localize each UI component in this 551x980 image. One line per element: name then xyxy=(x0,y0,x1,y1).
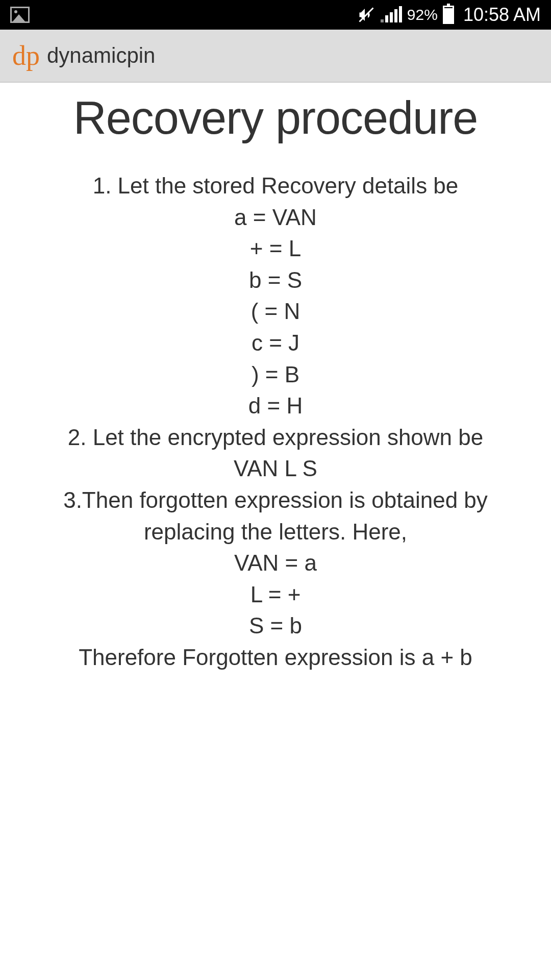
app-logo: dp xyxy=(12,40,40,71)
equation-paren-open: ( = N xyxy=(18,296,533,327)
reverse-l: L = + xyxy=(18,579,533,610)
recovery-body: 1. Let the stored Recovery details be a … xyxy=(0,144,551,673)
status-left xyxy=(10,7,30,23)
status-right: 92% 10:58 AM xyxy=(357,4,541,26)
conclusion: Therefore Forgotten expression is a + b xyxy=(18,642,533,673)
step-2: 2. Let the encrypted expression shown be xyxy=(18,422,533,453)
equation-d: d = H xyxy=(18,390,533,422)
status-clock: 10:58 AM xyxy=(463,4,541,26)
status-bar: 92% 10:58 AM xyxy=(0,0,551,30)
app-bar: dp dynamicpin xyxy=(0,30,551,83)
reverse-s: S = b xyxy=(18,610,533,642)
mute-icon xyxy=(357,6,375,24)
encrypted-expression: VAN L S xyxy=(18,453,533,484)
picture-icon xyxy=(10,7,30,23)
battery-icon xyxy=(443,6,454,24)
battery-percentage: 92% xyxy=(407,6,438,23)
equation-paren-close: ) = B xyxy=(18,359,533,390)
step-3: 3.Then forgotten expression is obtained … xyxy=(18,484,533,547)
equation-plus: + = L xyxy=(18,233,533,264)
reverse-van: VAN = a xyxy=(18,547,533,579)
app-name: dynamicpin xyxy=(47,43,155,68)
equation-a: a = VAN xyxy=(18,202,533,233)
step-1: 1. Let the stored Recovery details be xyxy=(18,170,533,202)
signal-icon xyxy=(381,7,402,22)
vibrate-icon xyxy=(357,6,375,24)
content-area: Recovery procedure 1. Let the stored Rec… xyxy=(0,83,551,673)
equation-b: b = S xyxy=(18,264,533,296)
equation-c: c = J xyxy=(18,327,533,359)
page-title: Recovery procedure xyxy=(0,92,551,144)
